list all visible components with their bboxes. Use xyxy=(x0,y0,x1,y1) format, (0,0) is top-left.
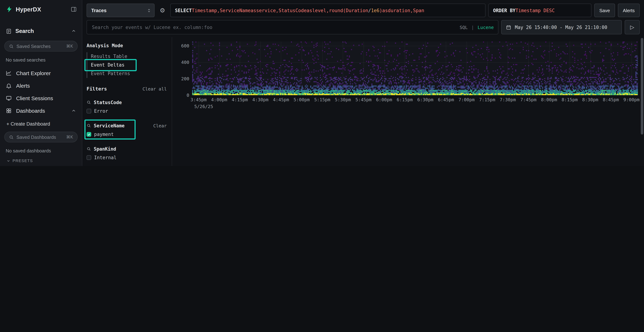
time-range-value: May 26 15:40:00 - May 26 21:10:00 xyxy=(515,24,607,30)
clear-facet-link[interactable]: Clear xyxy=(153,123,167,128)
bell-icon xyxy=(6,83,12,89)
grid-icon xyxy=(6,108,12,114)
time-range-picker[interactable]: May 26 15:40:00 - May 26 21:10:00 xyxy=(501,20,622,34)
keyboard-shortcut: ⌘K xyxy=(66,44,73,49)
facet-statuscode: StatusCode Error xyxy=(86,99,167,115)
x-tick-label: 8:30pm xyxy=(582,97,598,102)
x-axis-date-label: 5/26/25 xyxy=(194,104,638,109)
checkbox-checked-icon[interactable] xyxy=(86,132,91,137)
monitor-icon xyxy=(6,95,12,101)
order-by-input[interactable]: ORDER BY Timestamp DESC xyxy=(488,4,592,17)
preset-clickhouse[interactable]: ClickHouse xyxy=(0,166,82,166)
saved-searches-input[interactable]: Saved Searches ⌘K xyxy=(4,41,78,52)
y-tick-label: 400 xyxy=(181,60,189,65)
x-tick-label: 5:30pm xyxy=(335,97,351,102)
filter-option-label: Error xyxy=(94,108,108,114)
topbar: Traces ⚙ SELECT Timestamp, ServiceName a… xyxy=(82,0,644,37)
mode-sql-toggle[interactable]: SQL xyxy=(460,24,468,30)
filters-header: Filters Clear all xyxy=(86,86,167,92)
select-updown-icon xyxy=(147,8,151,13)
filter-option-internal[interactable]: Internal xyxy=(86,154,167,161)
search-icon xyxy=(9,135,14,139)
x-axis: 3:45pm4:00pm4:15pm4:30pm4:45pm5:00pm5:15… xyxy=(192,95,638,103)
x-tick-label: 4:30pm xyxy=(252,97,268,102)
sidebar-item-alerts[interactable]: Alerts xyxy=(0,80,82,92)
event-search-input[interactable] xyxy=(91,24,456,30)
sidebar-item-dashboards[interactable]: Dashboards xyxy=(0,104,82,117)
save-button[interactable]: Save xyxy=(594,4,615,17)
mode-event-patterns[interactable]: Event Patterns xyxy=(86,70,134,78)
filters-title: Filters xyxy=(86,86,107,92)
chevron-up-icon xyxy=(71,108,76,113)
sidebar-item-chart-explorer[interactable]: Chart Explorer xyxy=(0,67,82,80)
sidebar-nav: Chart Explorer Alerts Client Sessions Da… xyxy=(0,67,82,117)
search-icon xyxy=(86,100,91,104)
sidebar-item-label: Alerts xyxy=(16,83,30,89)
collapse-sidebar-icon[interactable] xyxy=(70,6,77,12)
x-tick-label: 6:15pm xyxy=(396,97,413,102)
source-select-value: Traces xyxy=(91,8,106,13)
source-select[interactable]: Traces xyxy=(86,4,154,17)
sidebar-item-label: Dashboards xyxy=(16,108,45,114)
y-tick-label: 200 xyxy=(181,76,189,82)
x-tick-label: 8:15pm xyxy=(562,97,578,102)
saved-dashboards-input[interactable]: Saved Dashboards ⌘K xyxy=(4,132,78,142)
clear-all-filters-link[interactable]: Clear all xyxy=(142,86,167,92)
create-dashboard-button[interactable]: + Create Dashboard xyxy=(0,121,82,127)
filter-option-error[interactable]: Error xyxy=(86,107,167,115)
main-panel: Traces ⚙ SELECT Timestamp, ServiceName a… xyxy=(82,0,644,166)
source-settings-gear-icon[interactable]: ⚙ xyxy=(158,4,168,17)
chart-area: 0200400600 3:45pm4:00pm4:15pm4:30pm4:45p… xyxy=(172,37,644,166)
x-tick-label: 8:00pm xyxy=(541,97,557,102)
run-query-button[interactable]: ▷ xyxy=(625,20,640,34)
filter-option-label: payment xyxy=(94,132,114,137)
search-icon xyxy=(86,124,91,128)
app-window: HyperDX Search Saved Searches ⌘K No save… xyxy=(0,0,644,166)
alerts-button[interactable]: Alerts xyxy=(618,4,640,17)
sidebar: HyperDX Search Saved Searches ⌘K No save… xyxy=(0,0,82,166)
x-tick-label: 5:45pm xyxy=(356,97,372,102)
presets-label: PRESETS xyxy=(12,158,33,163)
x-tick-label: 7:45pm xyxy=(520,97,536,102)
checkbox-icon[interactable] xyxy=(86,109,91,114)
x-tick-label: 5:15pm xyxy=(314,97,330,102)
no-saved-dashboards-text: No saved dashboards xyxy=(0,142,82,154)
hyperdx-logo-icon xyxy=(6,6,13,13)
scrollbar-thumb[interactable] xyxy=(641,38,643,134)
checkbox-icon[interactable] xyxy=(86,155,91,160)
facet-name[interactable]: StatusCode xyxy=(94,100,122,105)
x-tick-label: 6:00pm xyxy=(376,97,392,102)
presets-toggle[interactable]: PRESETS xyxy=(0,158,82,163)
keyboard-shortcut: ⌘K xyxy=(66,134,73,140)
filter-option-label: Internal xyxy=(94,155,116,160)
facet-name[interactable]: ServiceName xyxy=(94,123,124,128)
x-tick-label: 4:15pm xyxy=(232,97,248,102)
app-title: HyperDX xyxy=(16,6,41,13)
mode-divider: | xyxy=(471,24,474,30)
chart-line-icon xyxy=(6,70,12,76)
content: Analysis Mode Results Table Event Deltas… xyxy=(82,37,644,166)
y-axis: 0200400600 xyxy=(176,42,192,95)
duration-heatmap[interactable] xyxy=(192,42,638,95)
x-tick-label: 4:45pm xyxy=(273,97,289,102)
sql-select-input[interactable]: SELECT Timestamp, ServiceName as service… xyxy=(170,4,486,17)
x-tick-label: 6:30pm xyxy=(417,97,433,102)
mode-lucene-toggle[interactable]: Lucene xyxy=(478,24,494,30)
search-section-header[interactable]: Search xyxy=(0,28,82,34)
search-icon xyxy=(86,147,91,151)
mode-results-table[interactable]: Results Table xyxy=(86,52,134,61)
search-section-icon xyxy=(6,28,12,34)
sidebar-item-client-sessions[interactable]: Client Sessions xyxy=(0,92,82,104)
x-tick-label: 7:15pm xyxy=(479,97,495,102)
x-tick-label: 8:45pm xyxy=(603,97,619,102)
saved-dashboards-placeholder: Saved Dashboards xyxy=(16,134,63,140)
x-tick-label: 4:00pm xyxy=(211,97,227,102)
filter-panel: Analysis Mode Results Table Event Deltas… xyxy=(82,37,172,166)
facet-servicename: ServiceName Clear payment xyxy=(86,122,167,138)
x-tick-label: 7:30pm xyxy=(500,97,516,102)
analysis-mode-label: Analysis Mode xyxy=(86,43,167,48)
facet-name[interactable]: SpanKind xyxy=(94,146,116,152)
sidebar-item-label: Chart Explorer xyxy=(16,70,51,76)
filter-option-payment[interactable]: payment xyxy=(86,130,167,138)
mode-event-deltas[interactable]: Event Deltas xyxy=(86,61,134,70)
